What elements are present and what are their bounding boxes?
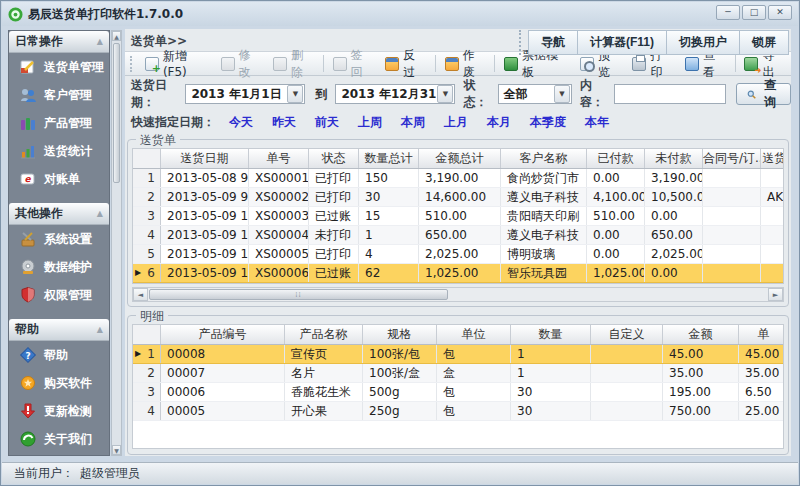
table-cell[interactable]: 510.00 — [587, 207, 645, 225]
reverse-button[interactable]: 反过 — [379, 45, 432, 83]
column-header[interactable]: 客户名称 — [501, 149, 587, 168]
column-header[interactable]: 规格 — [363, 325, 437, 344]
switch-user-button[interactable]: 切换用户 — [666, 30, 739, 55]
table-cell[interactable]: 4 — [359, 245, 419, 263]
table-cell[interactable]: 1,025.00 — [419, 264, 501, 282]
table-cell[interactable]: 2013-05-09 9:32 — [161, 188, 249, 206]
maximize-icon[interactable]: □ — [742, 5, 766, 20]
quick-date-last-month[interactable]: 上月 — [444, 114, 468, 131]
table-row[interactable]: ▶62013-05-09 12:23XS00006已过账621,025.00智乐… — [133, 264, 783, 283]
table-cell[interactable] — [761, 264, 784, 282]
table-cell[interactable] — [761, 226, 784, 244]
table-cell[interactable] — [591, 364, 663, 382]
column-header[interactable]: 送货 — [761, 149, 784, 168]
table-cell[interactable]: 遵义电子科技 — [501, 226, 587, 244]
table-row[interactable]: 22013-05-09 9:32XS00002已打印3014,600.00遵义电… — [133, 188, 783, 207]
orders-horizontal-scrollbar[interactable]: ◄ ► — [132, 287, 784, 302]
scrollbar-thumb[interactable] — [113, 43, 120, 183]
table-cell[interactable]: 30 — [511, 383, 591, 401]
table-cell[interactable]: 开心果 — [285, 402, 363, 420]
collapse-icon[interactable]: ▲ — [97, 209, 103, 218]
collapse-icon[interactable]: ▲ — [97, 37, 103, 46]
table-cell[interactable]: 30 — [511, 402, 591, 420]
table-cell[interactable]: 45.00 — [663, 345, 739, 363]
table-cell[interactable]: 15 — [359, 207, 419, 225]
table-row[interactable]: 300006香脆花生米500g包30195.006.50 — [133, 383, 783, 402]
table-cell[interactable] — [761, 207, 784, 225]
quick-date-today[interactable]: 今天 — [229, 114, 253, 131]
table-cell[interactable]: AK12 — [761, 188, 784, 206]
sidebar-item-statement[interactable]: e 对账单 — [9, 165, 109, 193]
sidebar-item-update[interactable]: 更新检测 — [9, 397, 109, 425]
edit-button[interactable]: 修改 — [215, 45, 268, 83]
table-cell[interactable]: 6.50 — [739, 383, 784, 401]
quick-date-day-before[interactable]: 前天 — [315, 114, 339, 131]
table-cell[interactable]: 00005 — [161, 402, 285, 420]
table-cell[interactable]: 4,100.00 — [587, 188, 645, 206]
table-cell[interactable]: 3,190.00 — [419, 169, 501, 187]
sidebar-item-permissions[interactable]: 权限管理 — [9, 281, 109, 309]
table-cell[interactable]: 包 — [437, 383, 511, 401]
table-cell[interactable]: 0.00 — [587, 226, 645, 244]
column-header[interactable]: 金额 — [663, 325, 739, 344]
table-cell[interactable] — [761, 169, 784, 187]
table-cell[interactable]: 35.00 — [663, 364, 739, 382]
sidebar-item-delivery-manage[interactable]: 送货单管理 — [9, 53, 109, 81]
quick-date-this-year[interactable]: 本年 — [585, 114, 609, 131]
add-button[interactable]: 新增(F5) — [139, 46, 215, 81]
table-cell[interactable]: 1 — [511, 345, 591, 363]
column-header[interactable]: 产品编号 — [161, 325, 285, 344]
sidebar-header-daily[interactable]: 日常操作 ▲ — [9, 31, 109, 53]
table-cell[interactable] — [703, 264, 761, 282]
delete-button[interactable]: 删除 — [267, 45, 320, 83]
column-header[interactable]: 单 — [739, 325, 784, 344]
table-cell[interactable]: 香脆花生米 — [285, 383, 363, 401]
column-header[interactable]: 产品名称 — [285, 325, 363, 344]
close-icon[interactable]: ✕ — [768, 5, 792, 20]
table-cell[interactable]: 已过账 — [309, 207, 359, 225]
table-cell[interactable]: 博明玻璃 — [501, 245, 587, 263]
date-from-picker[interactable]: 2013 年1月1日 ▼ — [185, 84, 305, 104]
table-row[interactable]: 200007名片100张/盒盒135.0035.00 — [133, 364, 783, 383]
table-row[interactable]: 12013-05-08 9:03XS00001已打印1503,190.00食尚炒… — [133, 169, 783, 188]
table-cell[interactable]: 0.00 — [645, 264, 703, 282]
collapse-icon[interactable]: ▲ — [97, 325, 103, 334]
table-cell[interactable]: 2013-05-08 9:03 — [161, 169, 249, 187]
scroll-left-icon[interactable]: ◄ — [133, 288, 148, 301]
table-cell[interactable]: XS00002 — [249, 188, 309, 206]
table-cell[interactable]: 智乐玩具园 — [501, 264, 587, 282]
table-cell[interactable]: 盒 — [437, 364, 511, 382]
table-cell[interactable]: 1,025.00 — [587, 264, 645, 282]
table-cell[interactable]: 510.00 — [419, 207, 501, 225]
column-header[interactable]: 金额总计 — [419, 149, 501, 168]
table-cell[interactable]: 已过账 — [309, 264, 359, 282]
table-row[interactable]: 400005开心果250g包30750.0025.00 — [133, 402, 783, 421]
table-cell[interactable]: 30 — [359, 188, 419, 206]
table-cell[interactable]: 10,500.00 — [645, 188, 703, 206]
table-cell[interactable]: 00008 — [161, 345, 285, 363]
table-cell[interactable] — [703, 245, 761, 263]
table-row[interactable]: 42013-05-09 11:27XS00004未打印1650.00遵义电子科技… — [133, 226, 783, 245]
table-cell[interactable] — [703, 169, 761, 187]
table-cell[interactable] — [591, 383, 663, 401]
table-row[interactable]: 52013-05-09 11:29XS00005已打印42,025.00博明玻璃… — [133, 245, 783, 264]
chevron-down-icon[interactable]: ▼ — [437, 85, 453, 103]
table-cell[interactable]: 00007 — [161, 364, 285, 382]
table-cell[interactable]: 250g — [363, 402, 437, 420]
sign-back-button[interactable]: 签回 — [327, 45, 380, 83]
sidebar-item-help[interactable]: ? 帮助 — [9, 341, 109, 369]
table-cell[interactable]: 25.00 — [739, 402, 784, 420]
table-cell[interactable]: 2013-05-09 11:29 — [161, 245, 249, 263]
table-cell[interactable]: 100张/盒 — [363, 364, 437, 382]
content-input[interactable] — [614, 84, 726, 104]
sidebar-item-products[interactable]: 产品管理 — [9, 109, 109, 137]
table-cell[interactable]: 0.00 — [587, 169, 645, 187]
table-cell[interactable]: 195.00 — [663, 383, 739, 401]
table-cell[interactable]: 包 — [437, 402, 511, 420]
date-to-picker[interactable]: 2013 年12月31日 ▼ — [335, 84, 455, 104]
table-cell[interactable]: 00006 — [161, 383, 285, 401]
table-cell[interactable]: 贵阳晴天印刷 — [501, 207, 587, 225]
table-cell[interactable]: 宣传页 — [285, 345, 363, 363]
table-cell[interactable]: 650.00 — [645, 226, 703, 244]
table-cell[interactable] — [761, 245, 784, 263]
